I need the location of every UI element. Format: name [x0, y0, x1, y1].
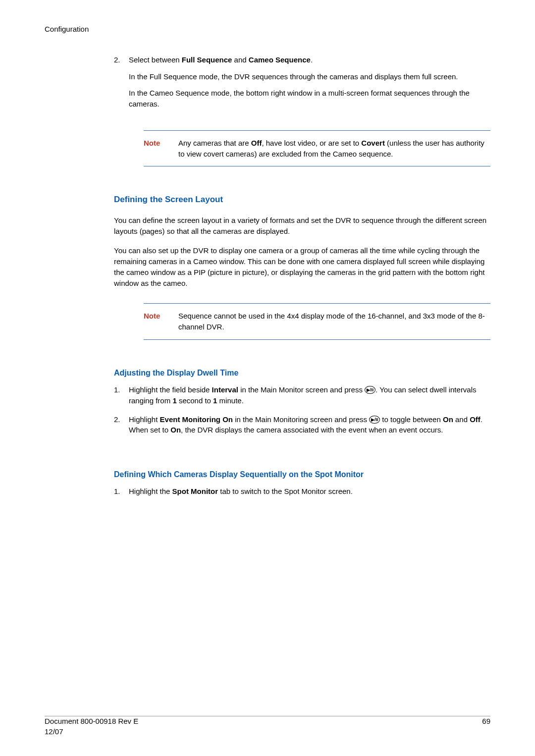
text: Select between	[129, 55, 182, 64]
section-spot-monitor: Defining Which Cameras Display Sequentia…	[114, 469, 490, 480]
note-box-1: Note Any cameras that are Off, have lost…	[144, 130, 490, 167]
text: minute.	[217, 396, 243, 405]
text: Any cameras that are	[178, 139, 251, 147]
bold-text: On	[170, 426, 181, 434]
note-box-2: Note Sequence cannot be used in the 4x4 …	[144, 303, 490, 340]
step-number: 2.	[114, 414, 129, 442]
bold-text: Spot Monitor	[172, 487, 218, 495]
section-adjusting-dwell: Adjusting the Display Dwell Time	[114, 367, 490, 378]
note-label: Note	[144, 311, 164, 332]
bold-text: Off	[470, 415, 481, 424]
spot-step-1: 1. Highlight the Spot Monitor tab to swi…	[114, 486, 490, 503]
text: Highlight the field beside	[129, 385, 212, 394]
spot-step1-text: Highlight the Spot Monitor tab to switch…	[129, 486, 490, 497]
text: and	[232, 55, 248, 64]
text: in the Main Monitor screen and press	[238, 385, 365, 394]
step2-line1: Select between Full Sequence and Cameo S…	[129, 54, 490, 65]
note-text: Sequence cannot be used in the 4x4 displ…	[178, 311, 490, 332]
text: and	[453, 415, 470, 424]
page-header: Configuration	[45, 24, 490, 35]
step-2: 2. Select between Full Sequence and Came…	[114, 54, 490, 115]
doc-id: Document 800-00918 Rev E	[45, 716, 138, 727]
bold-text: Interval	[212, 385, 238, 394]
page-number: 69	[482, 716, 490, 738]
text: , the DVR displays the camera associated…	[181, 426, 443, 434]
page-footer: Document 800-00918 Rev E 12/07 69	[45, 716, 490, 738]
bold-text: 1	[172, 396, 176, 405]
bold-text: Off	[251, 139, 262, 147]
step-number: 1.	[114, 486, 129, 503]
text: Highlight	[129, 415, 160, 424]
main-content: 2. Select between Full Sequence and Came…	[114, 54, 490, 503]
step2-p3: In the Cameo Sequence mode, the bottom r…	[129, 88, 490, 109]
dwell-step1-text: Highlight the field beside Interval in t…	[129, 384, 490, 406]
bold-text: Covert	[361, 139, 385, 147]
bold-text: Cameo Sequence	[249, 55, 311, 64]
play-pause-icon: ▶/II	[365, 386, 375, 394]
section1-p2: You can also set up the DVR to display o…	[114, 245, 490, 288]
text: Highlight the	[129, 487, 172, 495]
section-defining-screen-layout: Defining the Screen Layout	[114, 194, 490, 206]
bold-text: On	[443, 415, 453, 424]
dwell-step2-text: Highlight Event Monitoring On in the Mai…	[129, 414, 490, 436]
dwell-step-1: 1. Highlight the field beside Interval i…	[114, 384, 490, 412]
text: , have lost video, or are set to	[262, 139, 361, 147]
text: tab to switch to the Spot Monitor screen…	[218, 487, 353, 495]
bold-text: Full Sequence	[182, 55, 232, 64]
bold-text: Event Monitoring On	[160, 415, 233, 424]
note-text: Any cameras that are Off, have lost vide…	[178, 138, 490, 160]
doc-date: 12/07	[45, 726, 138, 737]
section1-p1: You can define the screen layout in a va…	[114, 215, 490, 237]
text: to toggle between	[380, 415, 443, 424]
text: .	[311, 55, 313, 64]
text: in the Main Monitoring screen and press	[233, 415, 369, 424]
text: second to	[177, 396, 213, 405]
dwell-step-2: 2. Highlight Event Monitoring On in the …	[114, 414, 490, 442]
play-pause-icon: ▶/II	[369, 416, 380, 424]
footer-left: Document 800-00918 Rev E 12/07	[45, 716, 138, 738]
note-label: Note	[144, 138, 164, 160]
step-number: 2.	[114, 54, 129, 115]
step-number: 1.	[114, 384, 129, 412]
step2-p2: In the Full Sequence mode, the DVR seque…	[129, 71, 490, 82]
